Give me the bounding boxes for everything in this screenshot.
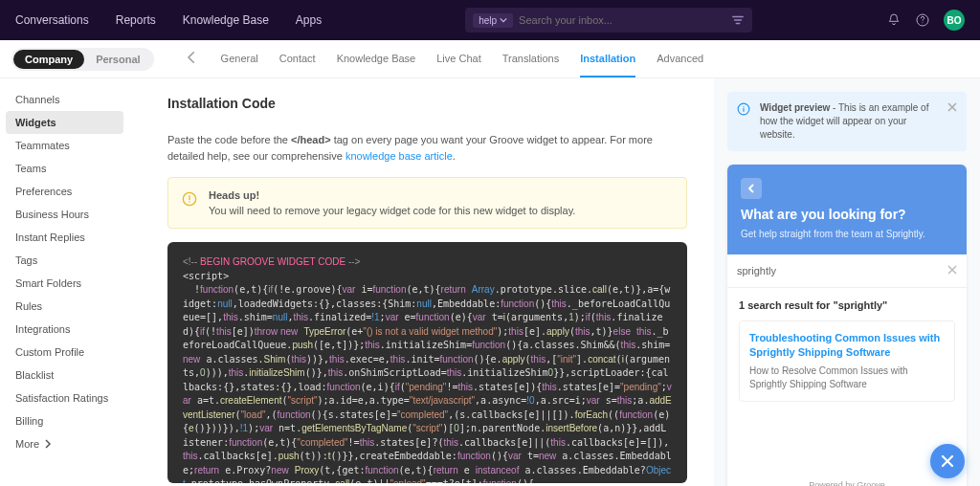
bell-icon[interactable] [886,12,902,28]
pill-company[interactable]: Company [13,50,84,69]
topbar: Conversations Reports Knowledge Base App… [0,0,980,40]
sidebar-item-teams[interactable]: Teams [0,157,129,180]
topnav-knowledge-base[interactable]: Knowledge Base [183,13,269,27]
tabs: General Contact Knowledge Base Live Chat… [221,41,704,77]
search-scope-pill[interactable]: help [473,13,513,28]
sidebar-item-teammates[interactable]: Teammates [0,134,129,157]
close-icon [947,102,957,112]
chevron-down-icon [500,16,507,24]
main-panel: Installation Code Paste the code before … [129,78,714,486]
tab-installation[interactable]: Installation [580,41,635,77]
widget-search-clear[interactable] [947,264,957,277]
kb-article-link[interactable]: knowledge base article [345,150,453,162]
top-nav: Conversations Reports Knowledge Base App… [15,13,322,27]
alert-body: Heads up! You will need to remove your l… [209,189,575,216]
widget-footer: Powered by Groove [727,413,967,486]
sidebar-item-smart-folders[interactable]: Smart Folders [0,272,129,295]
sidebar-item-business-hours[interactable]: Business Hours [0,203,129,226]
tab-contact[interactable]: Contact [279,41,316,77]
preview-info-text: Widget preview - This is an example of h… [760,101,938,142]
alert-title: Heads up! [209,189,575,201]
preview-info-title: Widget preview [760,102,830,113]
sidebar-item-more[interactable]: More [0,432,129,455]
code-block[interactable]: <!-- BEGIN GROOVE WIDGET CODE --> <scrip… [167,242,687,483]
back-button[interactable] [183,49,200,69]
chevron-left-icon [746,184,756,193]
sidebar-item-custom-profile[interactable]: Custom Profile [0,341,129,364]
widget-title: What are you looking for? [741,207,953,222]
search-scope-label: help [479,15,497,26]
topbar-right: BO [886,10,965,31]
sidebar-item-widgets[interactable]: Widgets [6,111,123,134]
widget-search-row [727,254,967,288]
tab-advanced[interactable]: Advanced [657,41,703,77]
widget-back-button[interactable] [741,178,762,199]
widget-result-subtitle: How to Resolve Common Issues with Sprigh… [749,364,945,391]
tab-translations[interactable]: Translations [502,41,560,77]
secondbar: Company Personal General Contact Knowled… [0,40,980,78]
close-icon [941,454,954,468]
alert-box: Heads up! You will need to remove your l… [167,177,687,229]
widget-results-header: 1 search result for "sprightly" [739,299,955,311]
desc-tag: </head> [291,134,331,145]
layout: Channels Widgets Teammates Teams Prefere… [0,78,980,486]
page-title: Installation Code [167,96,687,111]
preview-info-close[interactable] [947,101,957,115]
sidebar-item-blacklist[interactable]: Blacklist [0,364,129,387]
user-avatar[interactable]: BO [944,10,965,31]
widget-search-input[interactable] [737,265,947,276]
description: Paste the code before the </head> tag on… [167,132,687,164]
widget-header: What are you looking for? Get help strai… [727,165,967,254]
arrow-left-icon [183,49,200,66]
widget-fab[interactable] [930,444,965,478]
topnav-conversations[interactable]: Conversations [15,13,89,27]
widget: What are you looking for? Get help strai… [727,165,967,486]
sidebar-item-satisfaction[interactable]: Satisfaction Ratings [0,387,129,409]
preview-panel: Widget preview - This is an example of h… [714,78,980,486]
sidebar-item-billing[interactable]: Billing [0,409,129,432]
preview-info-banner: Widget preview - This is an example of h… [727,92,967,151]
scope-pill-group: Company Personal [11,48,154,71]
sidebar-item-preferences[interactable]: Preferences [0,180,129,203]
topnav-reports[interactable]: Reports [116,13,156,27]
widget-subtitle: Get help straight from the team at Sprig… [741,228,953,241]
widget-results: 1 search result for "sprightly" Troubles… [727,288,967,413]
sidebar-item-tags[interactable]: Tags [0,249,129,272]
warning-icon [182,191,197,207]
tab-live-chat[interactable]: Live Chat [436,41,480,77]
chevron-right-icon [43,439,53,449]
info-icon [737,102,750,116]
sidebar-item-channels[interactable]: Channels [0,88,129,111]
sidebar: Channels Widgets Teammates Teams Prefere… [0,78,129,486]
tab-general[interactable]: General [221,41,258,77]
search-input[interactable] [519,14,731,26]
desc-before: Paste the code before the [167,134,291,145]
tab-knowledge-base[interactable]: Knowledge Base [337,41,416,77]
close-icon [947,265,957,275]
widget-result-title: Troubleshooting Common Issues with Sprig… [749,331,945,361]
sidebar-more-label: More [15,438,39,450]
sidebar-item-rules[interactable]: Rules [0,295,129,318]
sidebar-item-integrations[interactable]: Integrations [0,318,129,341]
topnav-apps[interactable]: Apps [296,13,322,27]
filter-icon[interactable] [731,13,745,27]
pill-personal[interactable]: Personal [84,50,151,69]
search-wrap[interactable]: help [465,8,752,33]
sidebar-item-instant-replies[interactable]: Instant Replies [0,226,129,249]
alert-text: You will need to remove your legacy widg… [209,205,575,216]
help-icon[interactable] [915,12,930,28]
widget-result-card[interactable]: Troubleshooting Common Issues with Sprig… [739,320,955,402]
